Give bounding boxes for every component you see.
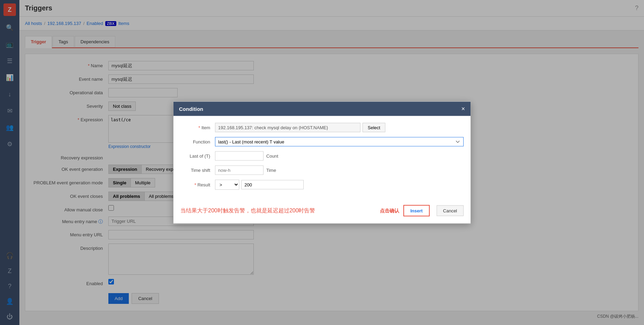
modal-row-item: * Item Select [180,123,464,132]
modal-count-label: Count [266,153,278,159]
modal-cancel-button[interactable]: Cancel [437,205,464,216]
modal-confirm-hint: 点击确认 [380,208,399,214]
modal-time-label: Time [266,168,276,173]
modal-header: Condition × [173,102,471,116]
condition-modal: Condition × * Item Select Function last(… [173,102,471,224]
modal-time-shift-input[interactable] [215,166,263,175]
modal-last-of-t-input[interactable] [215,151,263,161]
modal-insert-button[interactable]: Insert [403,205,429,217]
modal-function-select[interactable]: last() - Last (most recent) T valueavg()… [215,137,464,147]
modal-title: Condition [179,106,203,112]
modal-item-input[interactable] [215,123,360,132]
modal-row-time-shift: Time shift Time [180,166,464,175]
modal-row-function: Function last() - Last (most recent) T v… [180,137,464,147]
modal-result-operator-select[interactable]: > < = >= <= <> [215,180,239,190]
modal-result-value-input[interactable] [241,180,304,190]
modal-last-of-t-label: Last of (T) [180,153,215,159]
modal-row-result: * Result > < = >= <= <> [180,180,464,190]
modal-function-label: Function [180,139,215,144]
modal-item-label: * Item [180,125,215,130]
modal-row-last-of-t: Last of (T) Count [180,151,464,161]
modal-time-shift-label: Time shift [180,168,215,173]
modal-footer: 当结果大于200时触发告警，也就是延迟超过200时告警 点击确认 Insert … [173,205,471,223]
modal-close-icon[interactable]: × [461,105,465,113]
modal-annotation: 当结果大于200时触发告警，也就是延迟超过200时告警 [180,207,315,214]
modal-result-label: * Result [180,182,215,187]
modal-select-button[interactable]: Select [363,123,385,132]
modal-body: * Item Select Function last() - Last (mo… [173,116,471,202]
